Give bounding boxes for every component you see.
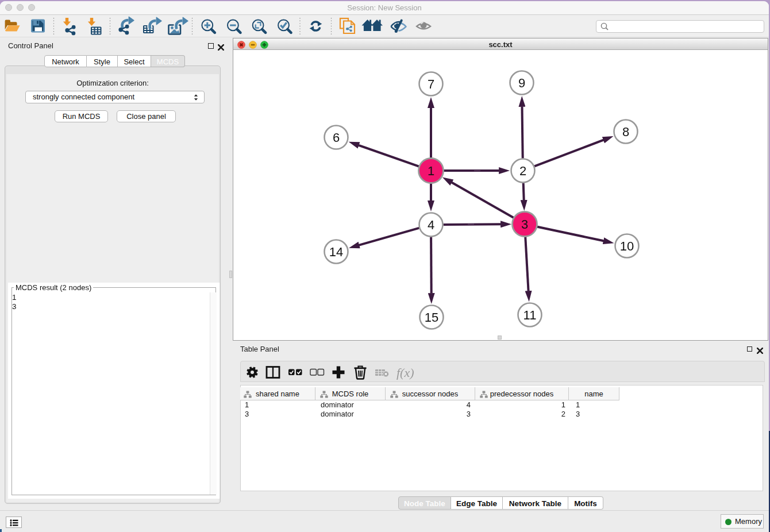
svg-text:3: 3 bbox=[521, 217, 528, 232]
svg-text:8: 8 bbox=[622, 125, 629, 139]
svg-text:14: 14 bbox=[329, 245, 343, 259]
svg-text:2: 2 bbox=[519, 164, 526, 178]
svg-text:15: 15 bbox=[425, 310, 438, 325]
svg-text:10: 10 bbox=[620, 239, 634, 253]
svg-text:1: 1 bbox=[428, 164, 434, 178]
svg-text:7: 7 bbox=[428, 77, 434, 91]
svg-text:4: 4 bbox=[428, 218, 434, 232]
svg-text:11: 11 bbox=[523, 308, 537, 322]
svg-text:f(x): f(x) bbox=[396, 365, 414, 380]
svg-text:6: 6 bbox=[333, 130, 340, 145]
svg-text:9: 9 bbox=[518, 76, 525, 90]
